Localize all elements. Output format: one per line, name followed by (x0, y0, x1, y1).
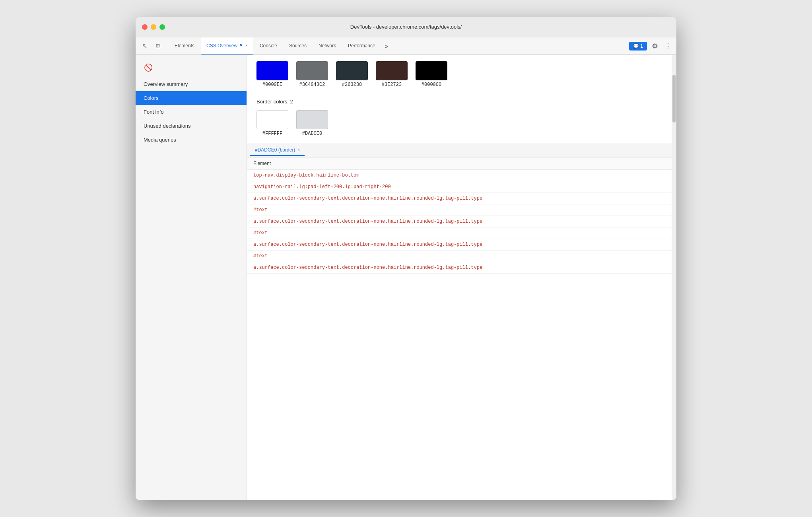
element-row-text-6: a.surface.color-secondary-text.decoratio… (253, 242, 482, 247)
cursor-icon: ↖ (142, 42, 147, 50)
border-swatch-1[interactable] (296, 110, 328, 129)
layers-icon: ⧉ (156, 43, 160, 50)
sidebar-item-media-queries[interactable]: Media queries (136, 133, 247, 147)
element-row-text-2: a.surface.color-secondary-text.decoratio… (253, 196, 482, 201)
color-swatch-3[interactable] (376, 61, 408, 80)
sidebar-overview-label: Overview summary (144, 81, 188, 87)
titlebar: DevTools - developer.chrome.com/tags/dev… (136, 17, 676, 37)
border-swatch-item-0: #FFFFFF (256, 110, 288, 136)
element-list-header: Element (247, 157, 672, 170)
element-list[interactable]: top-nav.display-block.hairline-bottom na… (247, 170, 672, 500)
element-row-text-3: #text (253, 207, 268, 213)
element-row-text-0: top-nav.display-block.hairline-bottom (253, 173, 359, 178)
tab-sources-label: Sources (289, 43, 307, 49)
color-label-4: #000000 (422, 82, 441, 87)
border-swatch-item-1: #DADCE0 (296, 110, 328, 136)
element-row-text-7: #text (253, 253, 268, 259)
tab-sources[interactable]: Sources (284, 37, 312, 54)
scrollbar-thumb[interactable] (672, 75, 676, 122)
color-swatches-row: #0000EE #3C4043C2 #263238 #3E2723 (256, 61, 662, 87)
element-row-5[interactable]: #text (247, 227, 672, 239)
color-label-1: #3C4043C2 (299, 82, 325, 87)
sidebar-item-colors[interactable]: Colors (136, 91, 247, 105)
tabbar: ↖ ⧉ Elements CSS Overview ⚑ × Console So… (136, 37, 676, 55)
panel-tab-close-icon[interactable]: × (297, 148, 300, 152)
sidebar-item-unused-declarations[interactable]: Unused declarations (136, 119, 247, 133)
tab-css-overview-label: CSS Overview (206, 43, 237, 49)
devtools-more-button[interactable]: ⋮ (663, 40, 673, 52)
close-button[interactable] (142, 24, 148, 30)
color-label-0: #0000EE (262, 82, 282, 87)
tab-elements[interactable]: Elements (169, 37, 200, 54)
sidebar-media-label: Media queries (144, 137, 176, 143)
devtools-window: DevTools - developer.chrome.com/tags/dev… (136, 17, 676, 500)
settings-button[interactable]: ⚙ (650, 40, 660, 52)
element-panel: #DADCE0 (border) × Element top-nav.displ… (247, 143, 672, 500)
cursor-icon-btn[interactable]: ↖ (139, 41, 150, 52)
maximize-button[interactable] (159, 24, 165, 30)
element-row-1[interactable]: navigation-rail.lg:pad-left-200.lg:pad-r… (247, 181, 672, 193)
panel-tab-label: #DADCE0 (border) (255, 147, 295, 153)
color-swatch-item-2: #263238 (336, 61, 368, 87)
element-row-8[interactable]: a.surface.color-secondary-text.decoratio… (247, 262, 672, 274)
sidebar-unused-label: Unused declarations (144, 123, 191, 129)
element-row-6[interactable]: a.surface.color-secondary-text.decoratio… (247, 239, 672, 251)
element-row-text-5: #text (253, 230, 268, 236)
main-layout: 🚫 Overview summary Colors Font info Unus… (136, 55, 676, 500)
tab-performance-label: Performance (348, 43, 375, 49)
element-row-2[interactable]: a.surface.color-secondary-text.decoratio… (247, 193, 672, 204)
layers-icon-btn[interactable]: ⧉ (152, 41, 163, 52)
border-swatch-0[interactable] (256, 110, 288, 129)
tab-network-label: Network (319, 43, 336, 49)
tab-performance[interactable]: Performance (342, 37, 381, 54)
border-colors-section: Border colors: 2 #FFFFFF #DADCE0 (247, 91, 672, 143)
minimize-button[interactable] (151, 24, 156, 30)
tab-network[interactable]: Network (313, 37, 342, 54)
tab-css-overview[interactable]: CSS Overview ⚑ × (201, 37, 253, 54)
no-entry-icon: 🚫 (142, 61, 155, 74)
element-row-text-1: navigation-rail.lg:pad-left-200.lg:pad-r… (253, 184, 391, 190)
border-color-label-1: #DADCE0 (302, 131, 322, 136)
color-swatch-item-0: #0000EE (256, 61, 288, 87)
tab-elements-label: Elements (175, 43, 194, 49)
sidebar: 🚫 Overview summary Colors Font info Unus… (136, 55, 247, 500)
sidebar-font-info-label: Font info (144, 109, 164, 115)
color-swatch-item-3: #3E2723 (376, 61, 408, 87)
element-row-text-8: a.surface.color-secondary-text.decoratio… (253, 265, 482, 270)
color-swatch-4[interactable] (416, 61, 447, 80)
sidebar-item-overview-summary[interactable]: Overview summary (136, 77, 247, 91)
color-swatch-item-1: #3C4043C2 (296, 61, 328, 87)
element-row-4[interactable]: a.surface.color-secondary-text.decoratio… (247, 216, 672, 227)
color-swatch-1[interactable] (296, 61, 328, 80)
window-controls (142, 24, 165, 30)
color-label-2: #263238 (342, 82, 362, 87)
tab-console-label: Console (260, 43, 277, 49)
tab-css-overview-warning: ⚑ (239, 43, 243, 48)
color-label-3: #3E2723 (382, 82, 402, 87)
window-title: DevTools - developer.chrome.com/tags/dev… (142, 24, 670, 30)
color-swatch-0[interactable] (256, 61, 288, 80)
element-row-text-4: a.surface.color-secondary-text.decoratio… (253, 219, 482, 224)
color-swatch-2[interactable] (336, 61, 368, 80)
border-colors-title: Border colors: 2 (256, 99, 662, 105)
element-row-7[interactable]: #text (247, 251, 672, 262)
element-row-3[interactable]: #text (247, 204, 672, 216)
color-swatch-item-4: #000000 (416, 61, 447, 87)
tab-console[interactable]: Console (254, 37, 283, 54)
border-color-label-0: #FFFFFF (262, 131, 282, 136)
sidebar-item-font-info[interactable]: Font info (136, 105, 247, 119)
content-area: #0000EE #3C4043C2 #263238 #3E2723 (247, 55, 672, 500)
sidebar-colors-label: Colors (144, 95, 159, 101)
panel-tab-dadce0[interactable]: #DADCE0 (border) × (250, 145, 305, 156)
top-color-swatches: #0000EE #3C4043C2 #263238 #3E2723 (247, 55, 672, 91)
messages-badge-button[interactable]: 💬 1 (629, 42, 647, 51)
border-swatches-row: #FFFFFF #DADCE0 (256, 110, 662, 136)
tabbar-right: 💬 1 ⚙ ⋮ (629, 40, 673, 52)
tabbar-icons: ↖ ⧉ (139, 41, 163, 52)
tab-css-overview-close[interactable]: × (245, 43, 248, 48)
element-panel-tabbar: #DADCE0 (border) × (247, 143, 672, 157)
element-row-0[interactable]: top-nav.display-block.hairline-bottom (247, 170, 672, 181)
scrollbar-track[interactable] (672, 55, 676, 500)
more-tabs-button[interactable]: » (382, 41, 391, 51)
